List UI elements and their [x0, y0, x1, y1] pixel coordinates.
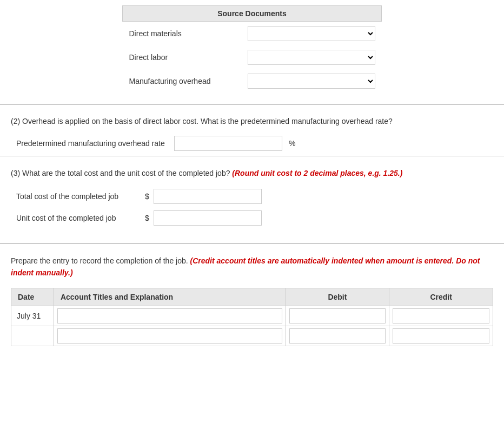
col-date-header: Date [11, 288, 54, 306]
journal-account-input-2[interactable] [57, 328, 282, 344]
col-debit-header: Debit [286, 288, 389, 306]
journal-row-1: July 31 [11, 306, 493, 326]
section-2: (2) Overhead is applied on the basis of … [0, 105, 504, 157]
section-3-highlight: (Round unit cost to 2 decimal places, e.… [232, 169, 402, 177]
journal-date-text-1: July 31 [17, 312, 41, 320]
percent-symbol: % [289, 139, 295, 148]
journal-account-input-1[interactable] [57, 308, 282, 324]
col-account-header: Account Titles and Explanation [54, 288, 286, 306]
source-docs-table: Source Documents Direct materials Direct… [122, 5, 382, 93]
col-credit-header: Credit [389, 288, 493, 306]
table-row: Manufacturing overhead [123, 69, 382, 93]
journal-debit-input-2[interactable] [289, 328, 386, 344]
table-row: Direct materials [123, 22, 382, 46]
journal-row-2 [11, 326, 493, 346]
journal-credit-cell-1 [389, 306, 493, 326]
direct-materials-select[interactable] [248, 26, 375, 41]
section-3-text: (3) What are the total cost and the unit… [11, 169, 230, 177]
section-2-question: (2) Overhead is applied on the basis of … [11, 116, 493, 127]
direct-materials-label: Direct materials [123, 22, 242, 46]
journal-header-row: Date Account Titles and Explanation Debi… [11, 288, 493, 306]
unit-cost-label: Unit cost of the completed job [16, 214, 141, 222]
manufacturing-overhead-select[interactable] [248, 74, 375, 89]
section-3: (3) What are the total cost and the unit… [0, 157, 504, 244]
journal-credit-input-2[interactable] [393, 328, 489, 344]
journal-date-1: July 31 [11, 306, 54, 326]
manufacturing-overhead-cell [241, 69, 381, 93]
unit-cost-input[interactable] [154, 210, 262, 226]
overhead-rate-row: Predetermined manufacturing overhead rat… [11, 136, 493, 151]
overhead-rate-input[interactable] [174, 136, 282, 151]
section-3-question: (3) What are the total cost and the unit… [11, 168, 493, 179]
journal-account-cell-2 [54, 326, 286, 346]
journal-credit-cell-2 [389, 326, 493, 346]
source-docs-header: Source Documents [123, 6, 382, 22]
overhead-rate-label: Predetermined manufacturing overhead rat… [16, 139, 168, 148]
table-row: Direct labor [123, 45, 382, 69]
total-cost-input[interactable] [154, 189, 262, 204]
direct-materials-cell [241, 22, 381, 46]
total-cost-label: Total cost of the completed job [16, 192, 141, 201]
direct-labor-select[interactable] [248, 50, 375, 65]
journal-date-2 [11, 326, 54, 346]
total-cost-row: Total cost of the completed job $ [11, 189, 493, 204]
journal-debit-input-1[interactable] [289, 308, 386, 324]
source-docs-section: Source Documents Direct materials Direct… [0, 0, 504, 105]
direct-labor-label: Direct labor [123, 45, 242, 69]
journal-table: Date Account Titles and Explanation Debi… [11, 288, 493, 346]
unit-cost-row: Unit cost of the completed job $ [11, 210, 493, 226]
total-cost-dollar: $ [145, 192, 149, 201]
journal-credit-input-1[interactable] [393, 308, 489, 324]
page-container: Source Documents Direct materials Direct… [0, 0, 504, 357]
journal-instruction: Prepare the entry to record the completi… [11, 255, 493, 279]
journal-instruction-text: Prepare the entry to record the completi… [11, 256, 188, 265]
journal-debit-cell-2 [286, 326, 389, 346]
journal-account-cell-1 [54, 306, 286, 326]
manufacturing-overhead-label: Manufacturing overhead [123, 69, 242, 93]
journal-debit-cell-1 [286, 306, 389, 326]
direct-labor-cell [241, 45, 381, 69]
unit-cost-dollar: $ [145, 214, 149, 222]
journal-section: Prepare the entry to record the completi… [0, 244, 504, 357]
